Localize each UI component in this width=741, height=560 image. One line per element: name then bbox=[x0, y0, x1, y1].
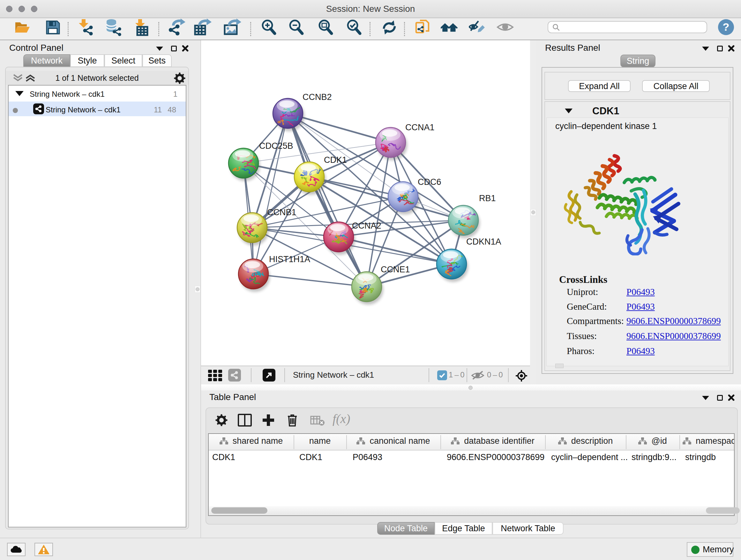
svg-text:CCNB2: CCNB2 bbox=[302, 92, 332, 102]
svg-text:CDK1: CDK1 bbox=[324, 155, 347, 165]
svg-text:?: ? bbox=[723, 21, 730, 33]
svg-text:CDC25B: CDC25B bbox=[259, 141, 293, 151]
svg-text:HIST1H1A: HIST1H1A bbox=[269, 254, 310, 264]
svg-text:CCNE1: CCNE1 bbox=[381, 265, 410, 274]
svg-text:CDKN1A: CDKN1A bbox=[466, 237, 501, 246]
svg-text:CCNB1: CCNB1 bbox=[267, 207, 296, 217]
svg-text:CCNA1: CCNA1 bbox=[405, 123, 434, 132]
svg-text:RB1: RB1 bbox=[479, 193, 496, 203]
svg-text:CDC6: CDC6 bbox=[418, 177, 441, 187]
svg-text:CCNA2: CCNA2 bbox=[352, 221, 381, 231]
